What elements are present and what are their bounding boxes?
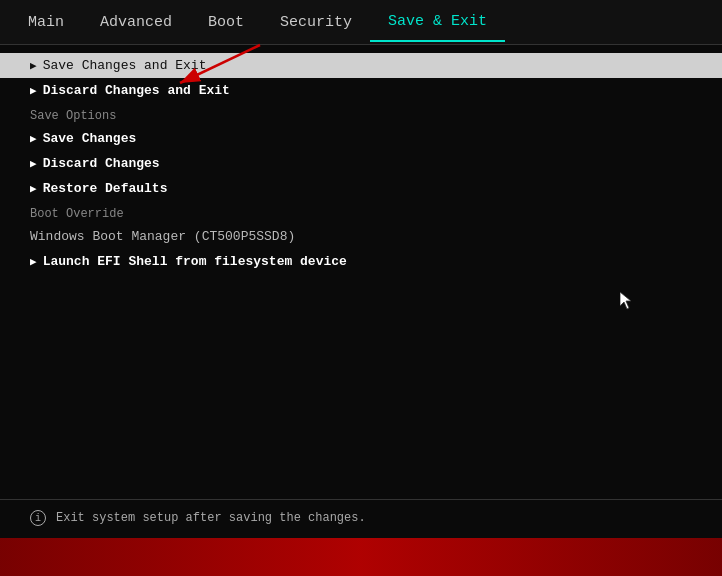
item-arrow-icon: ▶ — [30, 157, 37, 170]
bottom-bar — [0, 538, 722, 576]
mouse-cursor — [620, 292, 634, 310]
item-arrow-icon: ▶ — [30, 255, 37, 268]
menu-item-label: Restore Defaults — [43, 181, 168, 196]
svg-marker-2 — [620, 292, 631, 309]
menu-item-restore-defaults[interactable]: ▶ Restore Defaults — [0, 176, 722, 201]
menu-item-label: Discard Changes and Exit — [43, 83, 230, 98]
section-label-boot-override: Boot Override — [0, 201, 722, 224]
menu-item-label: Discard Changes — [43, 156, 160, 171]
status-bar: i Exit system setup after saving the cha… — [0, 499, 722, 536]
item-arrow-icon: ▶ — [30, 84, 37, 97]
nav-item-boot[interactable]: Boot — [190, 4, 262, 41]
section-label-save-options: Save Options — [0, 103, 722, 126]
content-area: ▶ Save Changes and Exit ▶ Discard Change… — [0, 45, 722, 282]
nav-item-main[interactable]: Main — [10, 4, 82, 41]
menu-item-label: Save Changes — [43, 131, 137, 146]
nav-item-advanced[interactable]: Advanced — [82, 4, 190, 41]
menu-item-discard-changes[interactable]: ▶ Discard Changes — [0, 151, 722, 176]
info-icon: i — [30, 510, 46, 526]
nav-bar: Main Advanced Boot Security Save & Exit — [0, 0, 722, 45]
item-arrow-icon: ▶ — [30, 182, 37, 195]
menu-item-windows-boot-manager[interactable]: Windows Boot Manager (CT500P5SSD8) — [0, 224, 722, 249]
item-arrow-icon: ▶ — [30, 132, 37, 145]
menu-item-label: Launch EFI Shell from filesystem device — [43, 254, 347, 269]
nav-item-save-exit[interactable]: Save & Exit — [370, 3, 505, 42]
menu-item-label: Windows Boot Manager (CT500P5SSD8) — [30, 229, 295, 244]
menu-item-label: Save Changes and Exit — [43, 58, 207, 73]
item-arrow-icon: ▶ — [30, 59, 37, 72]
nav-item-security[interactable]: Security — [262, 4, 370, 41]
status-text: Exit system setup after saving the chang… — [56, 511, 366, 525]
menu-item-save-and-exit[interactable]: ▶ Save Changes and Exit — [0, 53, 722, 78]
menu-item-launch-efi[interactable]: ▶ Launch EFI Shell from filesystem devic… — [0, 249, 722, 274]
menu-item-save-changes[interactable]: ▶ Save Changes — [0, 126, 722, 151]
menu-item-discard-exit[interactable]: ▶ Discard Changes and Exit — [0, 78, 722, 103]
